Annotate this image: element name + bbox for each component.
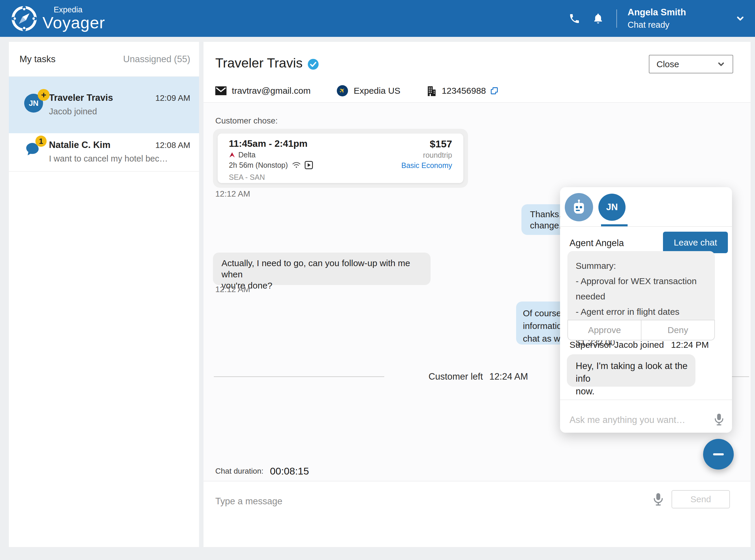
app-header: Expedia Voyager Angela Smith Chat ready [0,0,755,37]
task-item-traveler-travis[interactable]: JN + Traveler Travis 12:09 AM Jacob join… [9,77,199,133]
unassigned-filter[interactable]: Unassigned (55) [123,54,190,64]
unread-count-badge: 1 [35,136,46,147]
summary-item: - Agent error in flight dates [576,304,706,320]
summary-title: Summary: [576,258,706,274]
supervisor-joined-event: Supervisor Jacob joined12:24 PM [569,340,709,350]
send-button[interactable]: Send [672,490,730,508]
wifi-icon [292,161,301,168]
approval-actions: Approve Deny [567,320,715,340]
customer-email: travtrav@gmail.com [232,86,311,96]
customer-chose-label: Customer chose: [215,116,278,125]
flight-card[interactable]: 11:45am - 2:41pm Delta 2h 56m (Nonstop) [218,134,463,183]
task-preview: Jacob joined [49,107,190,116]
itinerary-group: 123456988 [426,85,499,96]
header-divider [616,9,617,28]
task-item-natalie-kim[interactable]: 1 Natalie C. Kim 12:08 AM I want to canc… [9,133,199,172]
user-menu-chevron-down-icon[interactable] [734,12,747,25]
supervisor-event-label: Supervisor Jacob joined [569,340,664,349]
brand-sub-label: Expedia [54,6,105,14]
message-timestamp: 12:12 AM [215,285,250,294]
copy-icon[interactable] [490,87,499,95]
approve-button[interactable]: Approve [568,320,641,340]
expedia-brand-icon: ✈ [336,85,348,97]
message-line: Actually, I need to go, can you follow-u… [221,258,431,280]
verified-badge-icon [307,58,319,70]
fare-type: roundtrip [401,151,452,159]
event-divider [214,376,384,377]
tab-bot-assistant[interactable] [565,193,593,221]
message-input[interactable]: Type a message [215,496,282,507]
flight-route: SEA - SAN [229,173,452,182]
sidebar-title: My tasks [19,54,55,64]
message-line: now. [576,385,695,398]
bell-icon[interactable] [592,12,605,25]
message-composer: Type a message Send [204,481,751,547]
chat-duration: Chat duration: 00:08:15 [215,465,309,477]
task-time: 12:08 AM [155,141,190,150]
joined-plus-badge: + [38,89,50,101]
fare-class-link[interactable]: Basic Economy [401,161,452,170]
event-label: Customer left [428,372,483,382]
task-time: 12:09 AM [155,94,190,103]
close-select-label: Close [657,59,679,69]
task-preview: I want to cancel my hotel bec… [49,154,190,164]
flight-duration: 2h 56m (Nonstop) [229,161,288,169]
entertainment-icon [304,161,313,169]
brand-group: ✈ Expedia US [336,85,400,97]
minimize-assistant-button[interactable] [703,439,734,469]
phone-icon[interactable] [568,12,581,25]
microphone-icon[interactable] [652,492,664,507]
tab-supervisor-jn[interactable]: JN [598,194,625,221]
user-status: Chat ready [627,19,725,30]
task-sidebar: My tasks Unassigned (55) JN + Traveler T… [9,42,199,547]
leave-chat-button[interactable]: Leave chat [663,232,728,253]
deny-button[interactable]: Deny [641,320,714,340]
chat-duration-value: 00:08:15 [270,465,309,477]
summary-card: Summary: - Approval for WEX transaction … [567,251,715,320]
chevron-down-icon [717,60,725,69]
building-icon [426,85,437,96]
contact-row: travtrav@gmail.com ✈ Expedia US [215,85,499,97]
user-name: Angela Smith [627,7,725,18]
message-line: Hey, I'm taking a look at the info [576,360,695,385]
close-conversation-select[interactable]: Close [649,55,733,73]
sidebar-header: My tasks Unassigned (55) [9,42,199,77]
task-name: Natalie C. Kim [49,140,110,150]
assistant-input[interactable]: Ask me anything you want… [569,415,685,425]
supervisor-event-time: 12:24 PM [671,340,709,349]
minus-icon [713,453,724,455]
flight-price: $157 [401,138,452,150]
user-block: Angela Smith Chat ready [627,7,725,30]
chat-header: Traveler Travis Close [204,42,751,103]
email-group: travtrav@gmail.com [215,86,311,96]
airline-name: Delta [238,151,255,159]
flight-card-container: 11:45am - 2:41pm Delta 2h 56m (Nonstop) [213,129,468,188]
email-icon [215,86,227,95]
brand-name-label: Voyager [42,15,105,31]
message-timestamp: 12:12 AM [215,189,250,199]
assistant-microphone-icon[interactable] [713,412,724,427]
brand-logo: Expedia Voyager [10,4,105,33]
chat-duration-label: Chat duration: [215,466,263,476]
compass-icon [10,4,38,33]
supervisor-message-bubble: Hey, I'm taking a look at the info now. [567,354,695,387]
task-name: Traveler Travis [49,93,113,103]
summary-item: - Approval for WEX transaction needed [576,274,706,304]
itinerary-number-link[interactable]: 123456988 [442,86,486,96]
event-time: 12:24 AM [489,372,528,382]
customer-message-bubble: Actually, I need to go, can you follow-u… [213,253,431,285]
assistant-tabs: JN [560,187,732,227]
agent-label: Agent Angela [569,238,624,248]
delta-logo-icon [229,152,235,158]
customer-title: Traveler Travis [215,55,303,71]
message-line: you're done? [221,280,431,291]
assistant-input-row: Ask me anything you want… [560,400,732,433]
robot-icon [570,199,587,216]
active-tab-indicator [601,224,627,226]
point-of-sale: Expedia US [354,86,400,96]
assistant-panel: JN Agent Angela Leave chat Summary: - Ap… [560,187,732,433]
